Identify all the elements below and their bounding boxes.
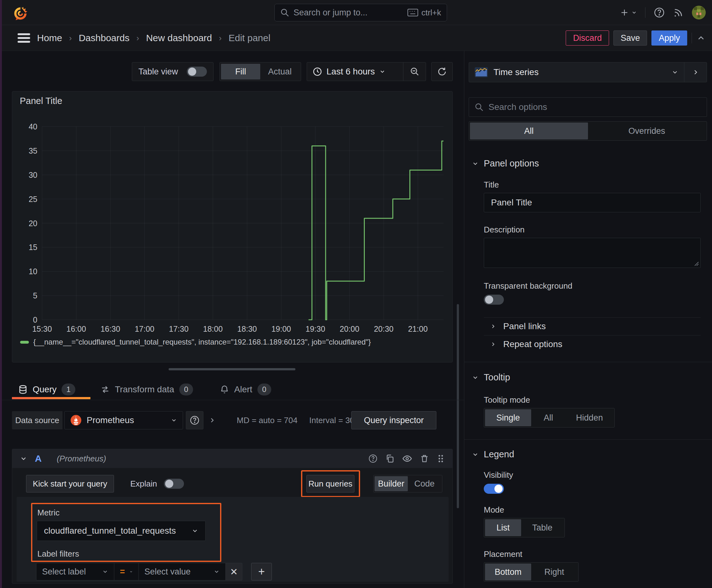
grafana-logo-icon[interactable] <box>13 4 28 21</box>
breadcrumb-home[interactable]: Home <box>37 33 62 43</box>
panel-title-input[interactable] <box>484 193 701 212</box>
svg-text:0: 0 <box>33 315 37 324</box>
add-new-button[interactable] <box>620 8 637 17</box>
discard-button[interactable]: Discard <box>566 30 609 45</box>
run-queries-button[interactable]: Run queries <box>306 475 354 492</box>
tab-transform-data[interactable]: Transform data 0 <box>101 379 193 400</box>
add-filter-button[interactable]: + <box>251 563 272 581</box>
svg-text:19:30: 19:30 <box>305 324 325 333</box>
query-editor-card: A (Prometheus) Kick start your query Exp <box>12 449 453 584</box>
news-icon[interactable] <box>673 7 684 18</box>
description-textarea[interactable] <box>484 238 701 268</box>
chevron-down-icon <box>631 10 637 15</box>
query-row-header[interactable]: A (Prometheus) <box>12 449 452 468</box>
fill-option[interactable]: Fill <box>221 64 260 80</box>
viz-suggestions-button[interactable] <box>684 63 707 82</box>
nav-divider <box>645 7 645 18</box>
chevron-right-icon: › <box>69 33 72 43</box>
legend-placement-label: Placement <box>484 549 701 559</box>
code-option[interactable]: Code <box>408 476 441 491</box>
toggle-visibility-icon[interactable] <box>402 454 412 464</box>
kick-start-button[interactable]: Kick start your query <box>26 475 114 492</box>
collapse-options-icon[interactable] <box>696 33 706 43</box>
tooltip-mode-switch: Single All Hidden <box>484 408 615 427</box>
tab-query[interactable]: Query 1 <box>18 379 75 400</box>
explain-label: Explain <box>130 479 157 489</box>
metric-select[interactable]: cloudflared_tunnel_total_requests <box>37 521 206 541</box>
global-search-input[interactable]: Search or jump to... ctrl+k <box>274 4 447 21</box>
timeseries-plot[interactable]: 051015202530354015:3016:0016:3017:0017:3… <box>12 91 453 362</box>
tooltip-section-header[interactable]: Tooltip <box>472 372 701 383</box>
actions-divider <box>692 33 692 43</box>
legend-visibility-toggle[interactable] <box>484 484 504 494</box>
table-view-toggle[interactable] <box>187 67 207 77</box>
actual-option[interactable]: Actual <box>260 64 300 80</box>
timeseries-viz-icon <box>475 67 488 77</box>
query-help-icon[interactable] <box>368 454 377 463</box>
database-icon <box>18 385 28 394</box>
select-value-dropdown[interactable]: Select value <box>139 563 226 581</box>
tab-alert[interactable]: Alert 0 <box>220 379 271 400</box>
breadcrumb-dashboards[interactable]: Dashboards <box>79 33 130 43</box>
tooltip-mode-label: Tooltip mode <box>484 395 701 405</box>
svg-text:20: 20 <box>28 219 37 228</box>
apply-button[interactable]: Apply <box>651 30 687 45</box>
remove-filter-button[interactable]: ✕ <box>226 563 242 581</box>
panel-options-section-header[interactable]: Panel options <box>472 158 701 169</box>
chevron-right-icon: › <box>136 33 139 43</box>
datasource-expand-icon[interactable] <box>209 411 216 429</box>
legend-bottom-option[interactable]: Bottom <box>485 564 531 581</box>
legend-right-option[interactable]: Right <box>531 564 577 581</box>
repeat-options-section[interactable]: Repeat options <box>490 335 712 353</box>
help-icon[interactable] <box>654 7 665 18</box>
duplicate-query-icon[interactable] <box>385 454 395 463</box>
clock-icon <box>313 67 322 76</box>
chevron-down-icon <box>102 569 108 575</box>
transparent-background-toggle[interactable] <box>484 295 504 305</box>
save-button[interactable]: Save <box>613 30 647 45</box>
avatar[interactable] <box>692 6 706 19</box>
tooltip-single-option[interactable]: Single <box>485 409 531 426</box>
datasource-help-button[interactable] <box>186 411 203 429</box>
scrollbar-thumb[interactable] <box>457 304 459 508</box>
svg-text:20:30: 20:30 <box>374 324 394 333</box>
visualization-select[interactable]: Time series <box>469 67 684 77</box>
pane-resize-handle[interactable] <box>169 368 296 370</box>
drag-handle-icon[interactable] <box>437 454 445 463</box>
options-search-input[interactable] <box>489 102 701 112</box>
breadcrumb-new-dashboard[interactable]: New dashboard <box>146 33 212 43</box>
legend-table-option[interactable]: Table <box>521 519 563 536</box>
description-label: Description <box>484 225 701 235</box>
time-range-button[interactable]: Last 6 hours <box>307 63 403 81</box>
query-actions-row: Kick start your query Explain Run querie… <box>12 473 452 494</box>
tooltip-hidden-option[interactable]: Hidden <box>565 409 613 426</box>
legend-series-color[interactable] <box>20 341 29 344</box>
select-label-dropdown[interactable]: Select label <box>36 563 114 581</box>
svg-text:40: 40 <box>28 122 37 131</box>
options-search[interactable] <box>469 97 707 117</box>
grafana-edit-panel-screen: Search or jump to... ctrl+k <box>0 0 712 588</box>
explain-toggle[interactable] <box>164 479 184 489</box>
query-stats-md: MD = auto = 704 <box>237 411 298 429</box>
visualization-picker: Time series <box>469 62 707 82</box>
query-inspector-button[interactable]: Query inspector <box>351 411 436 429</box>
menu-icon[interactable] <box>18 33 30 43</box>
refresh-button[interactable] <box>431 62 453 81</box>
legend-list-option[interactable]: List <box>485 519 521 536</box>
prometheus-icon <box>70 415 82 426</box>
legend-mode-switch: List Table <box>484 518 565 538</box>
legend-series-label[interactable]: {__name__="cloudflared_tunnel_total_requ… <box>33 338 371 346</box>
datasource-select[interactable]: Prometheus <box>64 411 183 429</box>
legend-section-header[interactable]: Legend <box>472 449 701 460</box>
delete-query-icon[interactable] <box>420 454 429 463</box>
operator-dropdown[interactable]: = <box>114 563 139 581</box>
panel-links-section[interactable]: Panel links <box>490 318 712 335</box>
tab-all[interactable]: All <box>470 123 588 140</box>
chevron-down-icon <box>20 455 27 462</box>
svg-text:16:00: 16:00 <box>67 324 86 333</box>
tooltip-all-option[interactable]: All <box>531 409 565 426</box>
builder-option[interactable]: Builder <box>374 476 408 491</box>
zoom-out-button[interactable] <box>403 63 426 81</box>
svg-text:20:00: 20:00 <box>340 324 360 333</box>
tab-overrides[interactable]: Overrides <box>588 123 706 140</box>
